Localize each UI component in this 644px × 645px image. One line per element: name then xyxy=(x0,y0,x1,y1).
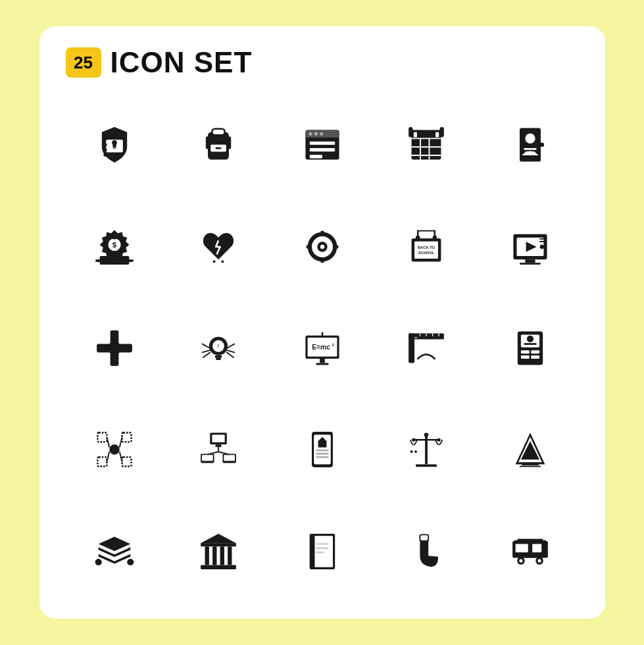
svg-text:E=mc: E=mc xyxy=(312,344,330,351)
back-to-school-icon: BACK TO SCHOOL xyxy=(378,199,475,294)
svg-point-145 xyxy=(424,433,428,437)
svg-point-142 xyxy=(437,438,440,442)
cross-tool-icon xyxy=(66,301,163,396)
svg-text:!: ! xyxy=(217,344,218,348)
svg-point-48 xyxy=(212,260,215,263)
calendar-grid-icon xyxy=(378,97,475,192)
svg-rect-168 xyxy=(316,543,328,545)
svg-rect-68 xyxy=(525,259,535,263)
svg-point-156 xyxy=(128,565,132,569)
svg-point-47 xyxy=(230,238,232,240)
svg-rect-32 xyxy=(439,127,443,137)
svg-rect-161 xyxy=(205,546,209,565)
svg-point-154 xyxy=(127,559,134,565)
svg-point-179 xyxy=(537,559,541,562)
svg-rect-30 xyxy=(435,132,439,138)
ruler-curve-icon xyxy=(378,301,475,396)
svg-rect-12 xyxy=(215,147,221,149)
svg-rect-124 xyxy=(212,435,224,443)
svg-rect-111 xyxy=(520,355,529,359)
svg-rect-42 xyxy=(112,251,116,253)
svg-point-4 xyxy=(103,143,107,147)
svg-rect-39 xyxy=(95,259,134,262)
spider-bulb-icon: ! xyxy=(170,301,267,396)
svg-rect-127 xyxy=(202,455,213,461)
gear-truck-icon xyxy=(482,504,579,599)
header: 25 ICON SET xyxy=(66,46,579,79)
svg-line-81 xyxy=(202,350,210,352)
prayer-mat-icon xyxy=(274,402,371,497)
svg-rect-169 xyxy=(316,547,328,549)
svg-rect-33 xyxy=(520,128,541,162)
count-badge: 25 xyxy=(66,47,101,78)
svg-point-37 xyxy=(539,143,543,147)
svg-rect-129 xyxy=(224,455,235,461)
broken-heart-icon xyxy=(170,199,267,294)
svg-rect-114 xyxy=(97,433,107,442)
svg-rect-92 xyxy=(316,363,328,365)
svg-point-72 xyxy=(539,244,543,248)
svg-rect-170 xyxy=(316,552,324,554)
svg-rect-56 xyxy=(306,245,309,248)
computer-network-icon xyxy=(170,402,267,497)
icon-grid: GDPR xyxy=(66,97,579,599)
svg-text:GDPR: GDPR xyxy=(109,147,119,151)
svg-point-34 xyxy=(525,134,535,143)
svg-rect-79 xyxy=(216,358,221,360)
main-card: 25 ICON SET GDPR xyxy=(39,26,605,619)
svg-rect-71 xyxy=(539,241,545,242)
svg-rect-13 xyxy=(205,136,209,149)
svg-rect-20 xyxy=(309,142,334,145)
svg-rect-135 xyxy=(316,450,328,452)
svg-text:SCHOOL: SCHOOL xyxy=(418,250,434,254)
layers-icon xyxy=(66,504,163,599)
svg-point-6 xyxy=(103,153,107,157)
svg-line-119 xyxy=(107,438,109,448)
svg-line-85 xyxy=(226,352,233,357)
svg-rect-36 xyxy=(525,151,535,153)
svg-rect-164 xyxy=(228,546,232,565)
dollar-gear-icon: $ xyxy=(66,199,163,294)
svg-point-49 xyxy=(221,260,224,263)
svg-point-45 xyxy=(204,238,207,240)
svg-rect-136 xyxy=(316,453,328,455)
svg-marker-151 xyxy=(98,536,130,551)
svg-rect-171 xyxy=(420,534,428,541)
svg-point-108 xyxy=(526,336,533,342)
svg-rect-69 xyxy=(520,263,541,265)
svg-rect-159 xyxy=(201,565,236,569)
svg-rect-137 xyxy=(316,457,328,459)
bank-icon xyxy=(170,504,267,599)
backpack-icon xyxy=(170,97,267,192)
svg-point-155 xyxy=(95,559,101,565)
contact-card-icon xyxy=(482,97,579,192)
tv-play-icon xyxy=(482,199,579,294)
svg-point-5 xyxy=(103,148,107,151)
svg-line-82 xyxy=(203,352,209,357)
svg-rect-167 xyxy=(309,534,314,569)
svg-rect-31 xyxy=(409,127,412,137)
page-title: ICON SET xyxy=(111,46,253,79)
svg-rect-29 xyxy=(413,132,416,138)
svg-point-118 xyxy=(109,445,119,455)
svg-rect-116 xyxy=(97,457,107,467)
svg-point-143 xyxy=(410,451,412,453)
svg-point-53 xyxy=(320,244,324,248)
svg-point-17 xyxy=(309,132,312,136)
svg-rect-75 xyxy=(109,343,119,353)
svg-rect-174 xyxy=(515,544,528,552)
svg-rect-21 xyxy=(309,148,334,151)
svg-rect-113 xyxy=(531,355,539,359)
sock-icon xyxy=(378,504,475,599)
svg-rect-70 xyxy=(539,238,545,240)
svg-rect-91 xyxy=(320,359,325,363)
svg-marker-158 xyxy=(201,534,236,543)
svg-rect-78 xyxy=(214,355,221,358)
svg-line-121 xyxy=(107,452,109,462)
svg-line-83 xyxy=(226,344,234,348)
svg-text:BACK TO: BACK TO xyxy=(417,245,435,249)
svg-point-177 xyxy=(519,559,522,562)
svg-rect-54 xyxy=(320,230,324,233)
svg-line-84 xyxy=(226,350,234,352)
svg-line-122 xyxy=(119,452,122,462)
